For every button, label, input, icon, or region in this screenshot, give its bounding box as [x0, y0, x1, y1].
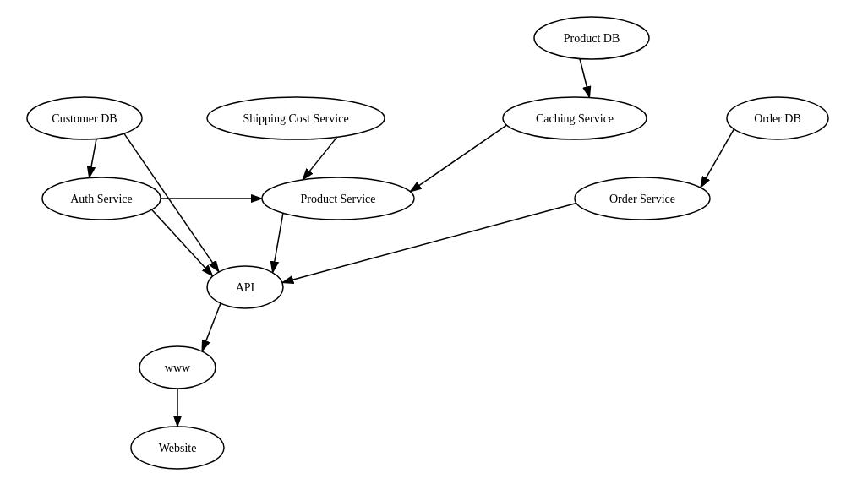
architecture-diagram: Product DBCustomer DBShipping Cost Servi… [0, 0, 868, 495]
node-label-order_service: Order Service [609, 193, 675, 205]
node-label-auth_service: Auth Service [70, 193, 132, 205]
edge-shipping_cost-product_service [303, 137, 337, 180]
node-product_service: Product Service [262, 177, 414, 220]
node-label-order_db: Order DB [754, 112, 801, 125]
node-label-product_db: Product DB [564, 32, 620, 45]
edge-api-www [202, 303, 221, 351]
node-caching_service: Caching Service [503, 97, 647, 139]
edge-customer_db-auth_service [90, 139, 96, 177]
node-auth_service: Auth Service [42, 177, 161, 220]
node-label-customer_db: Customer DB [52, 112, 117, 125]
node-label-website: Website [159, 442, 197, 454]
edge-product_db-caching_service [580, 58, 590, 97]
node-label-product_service: Product Service [300, 193, 375, 205]
node-label-api: API [236, 281, 255, 294]
node-shipping_cost: Shipping Cost Service [207, 97, 385, 139]
node-www: www [139, 346, 216, 389]
node-label-www: www [165, 362, 191, 374]
node-order_db: Order DB [727, 97, 828, 139]
node-customer_db: Customer DB [27, 97, 142, 139]
node-website: Website [131, 427, 224, 469]
node-order_service: Order Service [575, 177, 710, 220]
node-product_db: Product DB [534, 17, 649, 59]
node-api: API [207, 266, 283, 308]
edge-product_service-api [273, 213, 283, 272]
edge-caching_service-product_service [410, 125, 506, 192]
node-label-shipping_cost: Shipping Cost Service [243, 112, 348, 125]
edge-order_db-order_service [701, 129, 734, 188]
node-label-caching_service: Caching Service [536, 112, 614, 125]
edge-auth_service-api [152, 209, 213, 276]
